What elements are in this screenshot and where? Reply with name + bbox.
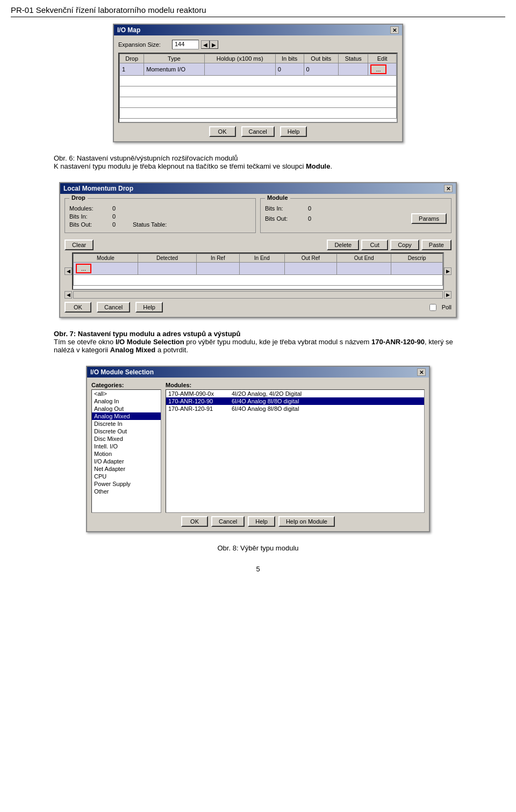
io-mod-help-button[interactable]: Help	[248, 516, 275, 527]
cut-button[interactable]: Cut	[361, 240, 388, 250]
lmd-col-in-ref: In Ref	[197, 254, 239, 263]
categories-column: Categories: <all> Analog In Analog Out A…	[91, 382, 161, 513]
cat-cpu[interactable]: CPU	[92, 473, 161, 480]
caption2: Obr. 7: Nastavení typu modulu a adres vs…	[54, 330, 462, 354]
scroll-left-arrow[interactable]: ◀	[64, 291, 72, 299]
io-map-ok-button[interactable]: OK	[209, 126, 236, 137]
io-mod-ok-button[interactable]: OK	[181, 516, 208, 527]
lmd-bottom-buttons: OK Cancel Help Poll	[64, 302, 452, 313]
row-holdup	[204, 63, 275, 76]
cat-analog-out[interactable]: Analog Out	[92, 405, 161, 412]
cat-disc-mixed[interactable]: Disc Mixed	[92, 435, 161, 443]
drop-group: Drop Modules: 0 Bits In: 0 Bits Out: 0 S…	[64, 198, 256, 233]
io-mod-help-on-module-button[interactable]: Help on Module	[278, 516, 335, 527]
lmd-module-button[interactable]: ...	[76, 264, 91, 273]
status-table-label: Status Table:	[133, 221, 167, 228]
io-module-close-button[interactable]: ✕	[417, 368, 426, 376]
lmd-col-out-end: Out End	[336, 254, 391, 263]
lmd-table-row-2	[74, 275, 443, 286]
col-holdup: Holdup (x100 ms)	[204, 54, 275, 63]
bits-out-row: Bits Out: 0 Status Table:	[69, 221, 251, 228]
lmd-help-button[interactable]: Help	[135, 302, 163, 313]
params-button[interactable]: Params	[411, 213, 447, 224]
table-scroll-right[interactable]: ▶	[444, 267, 452, 275]
io-map-close-button[interactable]: ✕	[390, 26, 399, 34]
clear-button[interactable]: Clear	[64, 240, 94, 250]
caption1-text: Obr. 6: Nastavení vstupně/výstupních roz…	[54, 154, 332, 170]
mod-anr-90-desc: 6I/4O Analog 8I/8O digital	[232, 398, 299, 404]
cat-intell-io[interactable]: Intell. I/O	[92, 443, 161, 450]
row-in-bits: 0	[275, 63, 304, 76]
categories-label: Categories:	[91, 382, 161, 388]
mod-amm[interactable]: 170-AMM-090-0x 4I/2O Analog, 4I/2O Digit…	[166, 390, 424, 397]
cat-motion[interactable]: Motion	[92, 450, 161, 458]
col-status: Status	[339, 54, 368, 63]
modules-label: Modules:	[166, 382, 425, 388]
mod-amm-name: 170-AMM-090-0x	[168, 390, 227, 397]
expansion-value[interactable]: 144	[172, 40, 199, 49]
lmd-titlebar[interactable]: Local Momentum Drop ✕	[60, 183, 456, 194]
drop-group-title: Drop	[69, 194, 88, 201]
io-map-cancel-button[interactable]: Cancel	[241, 126, 275, 137]
bits-out-value: 0	[112, 221, 128, 228]
scroll-right-arrow[interactable]: ▶	[444, 291, 452, 299]
cat-analog-in[interactable]: Analog In	[92, 397, 161, 405]
expansion-label: Expansion Size:	[118, 41, 172, 48]
lmd-descrip-cell	[391, 263, 443, 275]
io-map-help-button[interactable]: Help	[280, 126, 307, 137]
poll-checkbox[interactable]	[429, 304, 436, 311]
lmd-table-row-1[interactable]: ...	[74, 263, 443, 275]
lmd-col-out-ref: Out Ref	[284, 254, 336, 263]
io-map-table-row[interactable]: 1 Momentum I/O 0 0 ...	[120, 63, 397, 76]
lmd-close-button[interactable]: ✕	[444, 185, 453, 192]
cat-net-adapter[interactable]: Net Adapter	[92, 465, 161, 473]
mod-anr-90[interactable]: 170-ANR-120-90 6I/4O Analog 8I/8O digita…	[166, 397, 424, 405]
paste-button[interactable]: Paste	[421, 240, 452, 250]
caption2-bold2: 170-ANR-120-90	[371, 338, 425, 346]
caption2-part3: pro výběr typu modulu, kde je třeba vybr…	[184, 338, 371, 346]
io-map-titlebar[interactable]: I/O Map ✕	[114, 25, 402, 35]
col-in-bits: In bits	[275, 54, 304, 63]
lmd-out-ref-cell	[284, 263, 336, 275]
caption1: Obr. 6: Nastavení vstupně/výstupních roz…	[54, 154, 462, 170]
modules-list[interactable]: 170-AMM-090-0x 4I/2O Analog, 4I/2O Digit…	[166, 389, 425, 513]
lmd-col-module: Module	[74, 254, 138, 263]
mod-bits-in-value: 0	[308, 205, 324, 212]
io-mod-cancel-button[interactable]: Cancel	[211, 516, 245, 527]
cat-all[interactable]: <all>	[92, 390, 161, 397]
lmd-ok-button[interactable]: OK	[64, 302, 91, 313]
delete-button[interactable]: Delete	[327, 240, 359, 250]
row-edit[interactable]: ...	[368, 63, 397, 76]
cat-analog-mixed[interactable]: Analog Mixed	[92, 412, 161, 420]
cat-discrete-out[interactable]: Discrete Out	[92, 427, 161, 435]
expansion-increase-button[interactable]: ▶	[210, 40, 218, 49]
bits-in-row: Bits In: 0	[69, 213, 251, 220]
lmd-cancel-button[interactable]: Cancel	[97, 302, 130, 313]
caption2-part1: Obr. 7: Nastavení typu modulu a adres vs…	[54, 330, 240, 338]
table-scroll-left[interactable]: ◀	[64, 267, 72, 275]
cat-other[interactable]: Other	[92, 488, 161, 495]
page-title: PR-01 Sekvenční řízení laboratorního mod…	[11, 5, 505, 17]
copy-button[interactable]: Copy	[390, 240, 419, 250]
row-status	[339, 63, 368, 76]
cat-io-adapter[interactable]: I/O Adapter	[92, 458, 161, 465]
bits-out-label: Bits Out:	[69, 221, 112, 228]
expansion-decrease-button[interactable]: ◀	[201, 40, 210, 49]
cat-discrete-in[interactable]: Discrete In	[92, 420, 161, 427]
caption2-bold3: Analog Mixed	[110, 346, 156, 354]
mod-bits-out-row: Bits Out: 0 Params	[265, 213, 447, 224]
io-module-titlebar[interactable]: I/O Module Selection ✕	[87, 367, 429, 378]
categories-list[interactable]: <all> Analog In Analog Out Analog Mixed …	[91, 389, 161, 513]
mod-bits-in-row: Bits In: 0	[265, 205, 447, 212]
edit-button[interactable]: ...	[370, 64, 386, 74]
mod-anr-91[interactable]: 170-ANR-120-91 6I/4O Analog 8I/8O digita…	[166, 405, 424, 412]
col-edit: Edit	[368, 54, 397, 63]
scroll-bar: ◀ ▶	[64, 291, 452, 299]
io-map-dialog: I/O Map ✕ Expansion Size: 144 ◀ ▶ Drop T…	[113, 24, 403, 142]
modules-column: Modules: 170-AMM-090-0x 4I/2O Analog, 4I…	[166, 382, 425, 513]
lmd-module-cell[interactable]: ...	[74, 263, 138, 275]
lmd-title-text: Local Momentum Drop	[63, 185, 133, 192]
cat-power-supply[interactable]: Power Supply	[92, 480, 161, 488]
row-drop: 1	[120, 63, 144, 76]
row-type: Momentum I/O	[144, 63, 205, 76]
